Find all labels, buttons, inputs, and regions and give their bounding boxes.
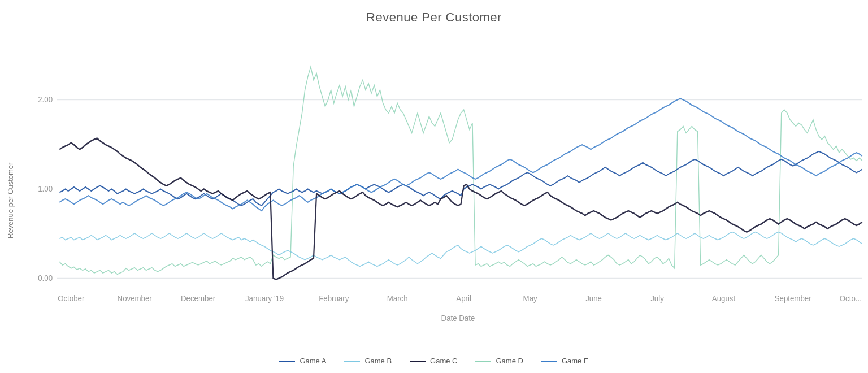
- game-b-line: [59, 232, 862, 267]
- svg-text:2.00: 2.00: [38, 94, 53, 104]
- game-e-line: [59, 98, 862, 211]
- svg-text:April: April: [456, 293, 471, 303]
- svg-text:November: November: [118, 293, 152, 303]
- svg-text:December: December: [181, 293, 215, 303]
- game-b-legend-label: Game B: [364, 357, 392, 365]
- y-axis-label: Revenue per Customer: [0, 27, 25, 351]
- game-e-legend-label: Game E: [562, 357, 589, 365]
- svg-text:July: July: [650, 293, 664, 303]
- game-c-line: [59, 138, 862, 279]
- svg-text:May: May: [523, 293, 538, 303]
- game-a-legend-label: Game A: [300, 357, 326, 365]
- svg-text:Date Date: Date Date: [441, 314, 475, 323]
- game-d-legend-line: [475, 361, 491, 362]
- legend-item-game-a: Game A: [279, 357, 326, 365]
- svg-text:September: September: [775, 293, 811, 303]
- svg-text:Octo...: Octo...: [840, 293, 862, 303]
- chart-area: Revenue per Customer 0.00 1.00 2.00 Octo…: [0, 27, 868, 351]
- svg-text:January '19: January '19: [245, 293, 284, 303]
- svg-text:1.00: 1.00: [38, 184, 53, 193]
- svg-text:March: March: [387, 293, 408, 303]
- svg-text:0.00: 0.00: [38, 273, 53, 283]
- game-e-legend-line: [541, 361, 557, 362]
- legend-item-game-e: Game E: [541, 357, 589, 365]
- legend-item-game-d: Game D: [475, 357, 523, 365]
- game-c-legend-label: Game C: [430, 357, 457, 365]
- chart-title: Revenue Per Customer: [366, 10, 502, 25]
- game-c-legend-line: [410, 361, 426, 362]
- game-b-legend-line: [344, 361, 360, 362]
- chart-svg: 0.00 1.00 2.00 October November December…: [25, 27, 868, 351]
- game-a-legend-line: [279, 361, 295, 362]
- game-d-legend-label: Game D: [496, 357, 523, 365]
- legend-item-game-c: Game C: [410, 357, 457, 365]
- svg-text:October: October: [58, 293, 84, 303]
- svg-text:August: August: [712, 293, 735, 303]
- legend-item-game-b: Game B: [344, 357, 392, 365]
- svg-text:February: February: [319, 293, 349, 303]
- chart-legend: Game A Game B Game C Game D Game E: [279, 351, 588, 373]
- svg-text:June: June: [585, 293, 602, 303]
- chart-plot-area: 0.00 1.00 2.00 October November December…: [25, 27, 868, 351]
- chart-container: Revenue Per Customer Revenue per Custome…: [0, 0, 868, 373]
